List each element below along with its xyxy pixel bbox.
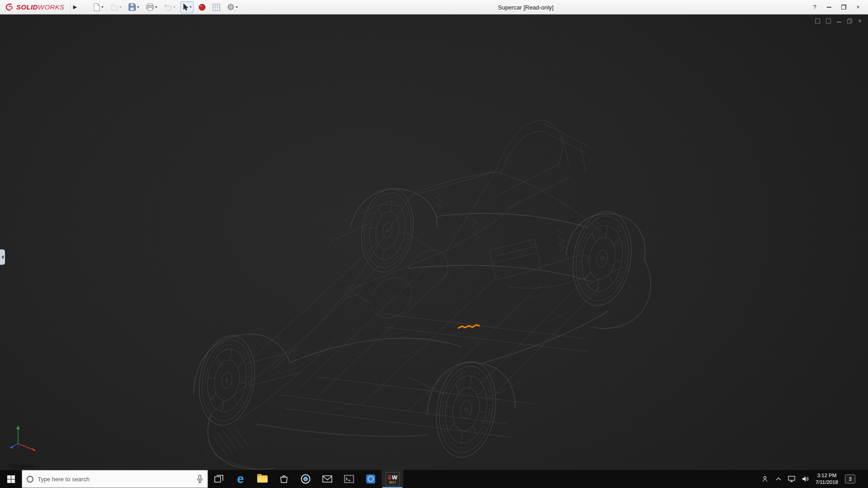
window-box-icon[interactable] [826, 19, 831, 23]
microphone-icon[interactable] [197, 475, 203, 483]
help-button[interactable]: ? [807, 0, 822, 14]
document-close-icon[interactable]: × [858, 18, 862, 24]
clock-time: 3:12 PM [816, 472, 838, 479]
blue-app-button[interactable] [360, 470, 382, 488]
minimize-button[interactable] [822, 0, 836, 14]
task-view-button[interactable] [208, 470, 230, 488]
system-tray: 3:12 PM 7/11/2018 3 [762, 470, 868, 488]
mail-button[interactable] [316, 470, 338, 488]
mail-icon [322, 475, 332, 483]
print-icon [146, 3, 154, 11]
red-sphere-button[interactable] [197, 1, 208, 13]
document-minimize-icon[interactable] [837, 19, 841, 23]
window-title: Supercar [Read-only] [498, 4, 554, 10]
cortana-icon [27, 476, 33, 483]
wheel-front-right [356, 185, 419, 276]
windows-taskbar: e SW 2017 [0, 470, 868, 488]
store-bag-icon [280, 474, 288, 483]
design-table-icon [212, 4, 220, 11]
edge-button[interactable]: e [230, 470, 251, 488]
task-view-icon [214, 475, 223, 483]
edge-icon: e [237, 473, 244, 485]
wheel-rear-right [566, 207, 637, 310]
solidworks-2017-button[interactable]: SW 2017 [382, 470, 403, 488]
dropdown-chevron-icon[interactable]: ▾ [120, 5, 122, 9]
selected-edge-highlight[interactable] [458, 325, 479, 328]
search-input[interactable] [38, 476, 193, 483]
chevron-left-icon [1, 255, 4, 259]
undo-button[interactable]: ▾ [162, 1, 177, 13]
store-button[interactable] [273, 470, 295, 488]
taskbar-search[interactable] [22, 470, 208, 488]
dropdown-chevron-icon[interactable]: ▾ [236, 5, 238, 9]
windows-logo-icon [7, 475, 15, 483]
glasshouse [349, 172, 519, 290]
new-document-button[interactable]: ▾ [91, 1, 105, 13]
notification-count-badge: 3 [849, 476, 851, 482]
red-sphere-icon [198, 4, 206, 11]
command-prompt-button[interactable] [338, 470, 360, 488]
options-button[interactable]: ▾ [225, 1, 240, 13]
document-window-controls: × [815, 18, 862, 24]
dropdown-chevron-icon[interactable]: ▾ [190, 5, 192, 9]
menu-flyout-arrow-button[interactable]: ▶ [70, 2, 80, 13]
orientation-triad [9, 426, 36, 451]
new-document-icon [93, 3, 100, 11]
action-center-icon[interactable]: 3 [845, 474, 855, 483]
panel-collapse-tab[interactable] [0, 249, 5, 265]
file-explorer-button[interactable] [251, 470, 273, 488]
solidworks-app-icon: SW 2017 [386, 472, 400, 486]
clock-date: 7/11/2018 [816, 479, 838, 486]
restore-button[interactable] [836, 0, 851, 14]
network-icon[interactable] [788, 476, 795, 482]
window-controls: ? × [807, 0, 865, 14]
hood-lines [206, 204, 398, 470]
solidworks-year-label: 2017 [389, 481, 396, 484]
open-icon [110, 3, 118, 11]
save-button[interactable]: ▾ [127, 1, 141, 13]
taskbar-clock[interactable]: 3:12 PM 7/11/2018 [816, 472, 838, 486]
misc-detail [271, 258, 588, 412]
open-button[interactable]: ▾ [108, 1, 123, 13]
dassault-3ds-logo-icon [5, 3, 14, 12]
solidworks-wordmark: SOLIDWORKS [16, 3, 65, 11]
command-prompt-icon [344, 475, 354, 483]
supercar-wireframe [193, 120, 651, 470]
dropdown-chevron-icon[interactable]: ▾ [102, 5, 104, 9]
browser-icon [301, 474, 311, 484]
start-button[interactable] [0, 470, 22, 488]
people-icon[interactable] [762, 476, 769, 482]
dropdown-chevron-icon[interactable]: ▾ [137, 5, 139, 9]
close-button[interactable]: × [851, 0, 865, 14]
undo-icon [164, 4, 172, 11]
save-icon [128, 3, 136, 11]
restore-icon [841, 5, 846, 9]
quick-access-toolbar: ▾ ▾ ▾ ▾ ▾ [91, 1, 240, 13]
chassis-rails [253, 249, 601, 437]
solidworks-logo: SOLIDWORKS [3, 3, 65, 12]
speaker-icon[interactable] [802, 476, 809, 482]
minimize-icon [827, 7, 831, 8]
document-restore-icon[interactable] [847, 19, 852, 23]
browser-button[interactable] [295, 470, 316, 488]
window-box-icon[interactable] [815, 19, 820, 23]
graphics-area[interactable]: × *Dimetric [0, 14, 868, 470]
select-button[interactable]: ▾ [180, 1, 193, 13]
dropdown-chevron-icon[interactable]: ▾ [156, 5, 157, 9]
select-cursor-icon [182, 3, 189, 11]
design-table-button[interactable] [211, 1, 222, 13]
wheel-front-left [193, 332, 261, 429]
print-button[interactable]: ▾ [144, 1, 159, 13]
dropdown-chevron-icon[interactable]: ▾ [174, 5, 175, 9]
file-explorer-icon [257, 475, 268, 483]
blue-app-icon [366, 474, 376, 484]
titlebar: SOLIDWORKS ▶ ▾ ▾ ▾ ▾ [0, 0, 868, 14]
tray-expand-chevron-icon[interactable] [776, 477, 781, 481]
options-gear-icon [227, 3, 235, 11]
viewport-canvas[interactable] [0, 14, 868, 470]
rear-wing [495, 120, 602, 232]
body-outline [193, 189, 651, 469]
view-orientation-label: *Dimetric [8, 463, 34, 470]
